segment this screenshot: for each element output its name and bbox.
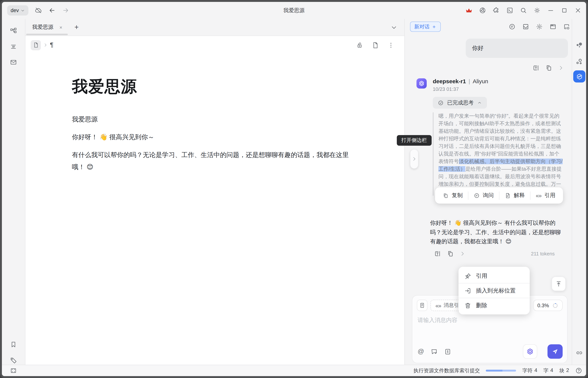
send-plane-icon [552, 348, 559, 355]
selection-copy-button[interactable]: 复制 [437, 192, 468, 199]
file-tree-icon[interactable] [10, 27, 17, 34]
doc-heading[interactable]: 我爱思源 [72, 76, 404, 97]
thinking-toggle[interactable]: 已完成思考 [433, 97, 487, 108]
tab-drag-indicator [26, 33, 68, 35]
edit-text-icon[interactable] [532, 64, 540, 71]
deepseek-logo-icon [526, 348, 534, 355]
document-content[interactable]: 我爱思源 我爱思源 你好呀！ 👋 很高兴见到你～ 有什么我可以帮你的吗？无论是学… [25, 76, 404, 173]
edit-text-icon[interactable] [434, 250, 441, 257]
user-message-bubble[interactable]: 你好 [466, 39, 568, 58]
workspace-expand-icon[interactable] [10, 367, 17, 374]
selection-ask-button[interactable]: 询问 [468, 192, 499, 199]
help-icon[interactable] [575, 367, 582, 374]
selection-explain-button[interactable]: 解释 [499, 192, 530, 199]
assistant-dots-icon[interactable] [574, 41, 584, 50]
usage-percent: 0.3% [537, 302, 549, 308]
forward-icon[interactable] [62, 7, 69, 14]
expand-chevron-icon[interactable] [558, 65, 564, 71]
task-progress-bar [486, 370, 516, 372]
message-input[interactable]: 请输入消息内容 [418, 317, 457, 324]
mention-at-icon[interactable]: @ [418, 348, 424, 355]
menu-quote-label: 引用 [476, 272, 487, 279]
chat-header: 新对话 ＋ [405, 19, 575, 35]
plus-icon: ＋ [432, 23, 436, 30]
close-icon[interactable] [574, 7, 582, 14]
extensions-icon[interactable] [493, 7, 500, 14]
cloud-off-icon[interactable] [35, 7, 42, 14]
minimize-icon[interactable] [547, 7, 554, 14]
inbox-icon[interactable] [10, 59, 17, 66]
unlock-icon[interactable] [356, 41, 364, 49]
back-icon[interactable] [48, 7, 56, 14]
chat-history-icon[interactable] [508, 23, 516, 30]
model-select-button[interactable] [523, 344, 537, 359]
ai-plugin-button-active[interactable] [573, 70, 585, 82]
paragraph-mark[interactable]: ¶ [50, 41, 53, 49]
word-count: 字4 [543, 367, 553, 374]
vip-crown-icon[interactable] [465, 7, 473, 14]
thinking-text: 嗯，用户发来一句简单的“你好”。看起来是个很常见的开场白，可能刚接触AI助手不太… [438, 113, 561, 164]
message-menu: 引用 插入到光标位置 删除 [459, 267, 530, 314]
expand-chevron-icon[interactable] [460, 251, 465, 256]
thinking-content[interactable]: 嗯，用户发来一句简单的“你好”。看起来是个很常见的开场白，可能刚接触AI助手不太… [433, 112, 564, 196]
search-icon[interactable] [520, 7, 527, 14]
browser-engine-icon[interactable] [479, 7, 486, 14]
copy-icon[interactable] [447, 250, 454, 257]
document-toolbar: ¶ [25, 36, 404, 54]
ai-chat-panel: 新对话 ＋ 你好 deepseek-r1|Aliyun [404, 19, 575, 365]
sidebar-expand-handle[interactable] [410, 149, 418, 169]
check-circle-icon [438, 100, 444, 106]
selection-quote-button[interactable]: «» 引用 [531, 192, 560, 199]
send-button[interactable] [547, 344, 563, 359]
bookmark-icon[interactable] [10, 341, 17, 348]
token-count: 211 tokens [531, 251, 555, 256]
deepseek-logo-icon [418, 80, 425, 87]
document-icon[interactable] [372, 41, 379, 49]
new-chat-label: 新对话 [414, 23, 430, 30]
context-usage-chip[interactable]: 0.3% [533, 300, 563, 311]
tab-label: 我爱思源 [32, 24, 53, 31]
tab-active[interactable]: 我爱思源 × [25, 19, 69, 36]
doc-paragraph[interactable]: 有什么我可以帮你的吗？无论是学习、工作、生活中的问题，还是想聊聊有趣的话题，我都… [72, 149, 352, 173]
link-icon[interactable] [575, 349, 583, 356]
tab-close-icon[interactable]: × [59, 24, 62, 30]
tab-list-chevron-icon[interactable] [390, 24, 398, 31]
menu-delete-item[interactable]: 删除 [459, 298, 530, 312]
quote-marks-icon: «» [536, 192, 541, 199]
block-count: 块2 [559, 367, 569, 374]
left-dock [2, 19, 25, 365]
doc-paragraph[interactable]: 我爱思源 [72, 113, 352, 126]
graph-view-icon[interactable] [575, 57, 583, 66]
theme-icon[interactable] [533, 7, 541, 14]
browser-window-icon[interactable] [549, 23, 557, 30]
workspace-switcher[interactable]: dev [7, 5, 28, 15]
quote-marks-icon: «» [435, 302, 441, 309]
new-tab-button[interactable]: + [74, 23, 79, 31]
terminal-icon[interactable] [506, 7, 513, 14]
archive-box-icon[interactable] [522, 23, 529, 30]
new-chat-button[interactable]: 新对话 ＋ [410, 22, 441, 32]
doc-paragraph[interactable]: 你好呀！ 👋 很高兴见到你～ [72, 131, 352, 143]
provider-name: Aliyun [473, 78, 488, 84]
menu-insert-item[interactable]: 插入到光标位置 [459, 284, 530, 298]
copy-icon[interactable] [545, 64, 552, 71]
assistant-response[interactable]: 你好呀！ 👋 很高兴见到你～ 有什么我可以帮你的吗？无论是学习、工作、生活中的问… [430, 218, 565, 246]
reader-chip[interactable] [417, 300, 427, 311]
maximize-icon[interactable] [561, 7, 568, 14]
outline-icon[interactable] [10, 43, 17, 50]
app-window: dev 我爱思源 我爱思源 × [0, 0, 588, 378]
doc-breadcrumb-root[interactable] [31, 40, 41, 50]
selection-explain-label: 解释 [514, 192, 525, 199]
selection-context-menu: 复制 询问 解释 «» 引用 [435, 187, 563, 203]
chat-check-icon[interactable] [431, 348, 438, 355]
panel-config-icon[interactable] [563, 23, 570, 30]
usage-ring-icon [552, 302, 559, 309]
settings-gear-icon[interactable] [536, 23, 543, 30]
menu-quote-item[interactable]: 引用 [459, 269, 530, 283]
more-kebab-icon[interactable] [387, 41, 394, 49]
breadcrumb-chevron-icon [43, 43, 48, 47]
prompt-settings-icon[interactable] [444, 348, 451, 355]
tag-icon[interactable] [10, 357, 17, 364]
chevron-down-icon [20, 8, 25, 13]
scroll-to-top-button[interactable] [552, 277, 566, 291]
